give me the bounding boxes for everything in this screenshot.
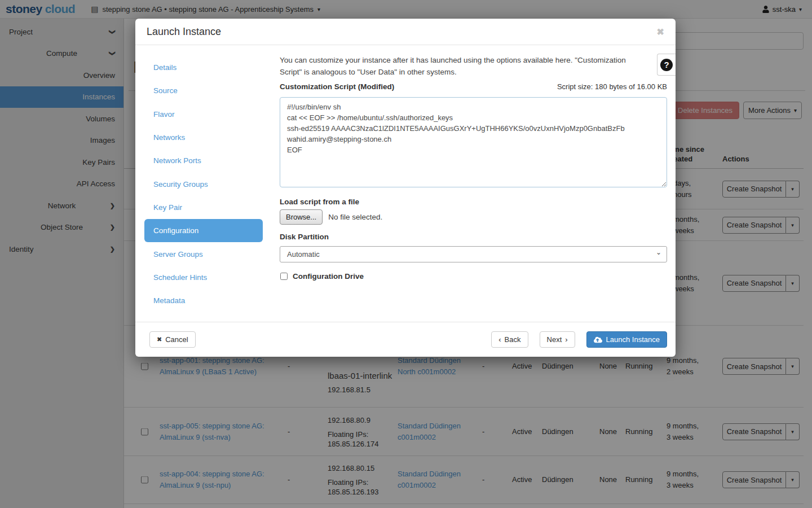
help-icon: ? xyxy=(660,59,673,71)
script-label-row: Customization Script (Modified) Script s… xyxy=(280,82,667,91)
disk-partition-select[interactable]: Automatic xyxy=(280,246,667,262)
customization-script-label: Customization Script (Modified) xyxy=(280,82,394,91)
step-source[interactable]: Source xyxy=(144,79,263,102)
no-file-text: No file selected. xyxy=(328,213,382,221)
script-size: Script size: 180 bytes of 16.00 KB xyxy=(557,82,667,91)
chevron-right-icon: › xyxy=(565,335,567,344)
step-flavor[interactable]: Flavor xyxy=(144,103,263,126)
step-details[interactable]: Details xyxy=(144,56,263,79)
step-metadata[interactable]: Metadata xyxy=(144,289,263,312)
configuration-drive-checkbox[interactable] xyxy=(280,273,288,280)
step-configuration[interactable]: Configuration xyxy=(144,219,263,242)
cloud-upload-icon xyxy=(594,336,602,343)
customization-script-input[interactable]: #!/usr/bin/env sh cat << EOF >> /home/ub… xyxy=(280,97,667,187)
cancel-button[interactable]: ✖ Cancel xyxy=(149,331,196,348)
chevron-left-icon: ‹ xyxy=(498,335,501,344)
step-networks[interactable]: Networks xyxy=(144,126,263,149)
browse-button[interactable]: Browse... xyxy=(280,209,323,225)
file-input-row: Browse... No file selected. xyxy=(280,209,382,225)
x-icon: ✖ xyxy=(157,336,162,343)
modal-footer: ✖ Cancel ‹ Back Next › Launch Instance xyxy=(135,322,676,357)
disk-partition-select-wrap: Automatic ⌄ xyxy=(280,246,667,262)
help-button[interactable]: ? xyxy=(657,54,676,76)
step-server-groups[interactable]: Server Groups xyxy=(144,242,263,265)
modal-title: Launch Instance xyxy=(147,26,221,38)
horizon-app: stoneycloud ▤ stepping stone AG • steppi… xyxy=(0,0,812,508)
footer-right-buttons: ‹ Back Next › Launch Instance xyxy=(491,331,667,348)
load-script-label: Load script from a file xyxy=(280,198,359,206)
wizard-steps: Details Source Flavor Networks Network P… xyxy=(144,56,263,312)
back-button[interactable]: ‹ Back xyxy=(491,331,528,348)
disk-partition-label: Disk Partition xyxy=(280,233,329,241)
modal-header: Launch Instance ✖ xyxy=(135,19,676,45)
step-key-pair[interactable]: Key Pair xyxy=(144,196,263,219)
next-button[interactable]: Next › xyxy=(540,331,575,348)
step-scheduler-hints[interactable]: Scheduler Hints xyxy=(144,266,263,289)
launch-instance-modal: Launch Instance ✖ Details Source Flavor … xyxy=(135,19,676,357)
launch-instance-button[interactable]: Launch Instance xyxy=(586,331,667,348)
configuration-drive-row: Configuration Drive xyxy=(280,272,364,281)
step-network-ports[interactable]: Network Ports xyxy=(144,149,263,172)
step-description: You can customize your instance after it… xyxy=(280,55,645,78)
step-security-groups[interactable]: Security Groups xyxy=(144,172,263,195)
configuration-drive-label: Configuration Drive xyxy=(293,272,364,281)
close-icon[interactable]: ✖ xyxy=(657,27,664,37)
